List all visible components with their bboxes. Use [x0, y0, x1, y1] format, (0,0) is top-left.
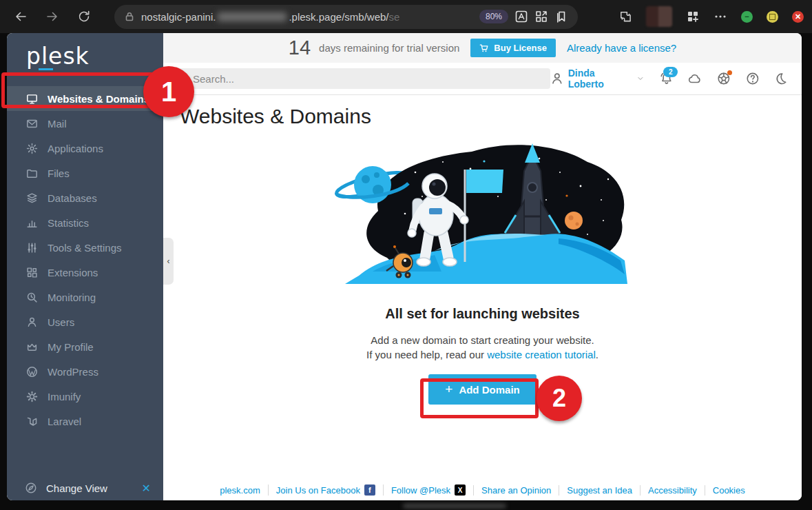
- trial-days-count: 14: [289, 37, 311, 59]
- grid-plus-icon[interactable]: [686, 10, 700, 23]
- sidebar-item-label: My Profile: [48, 341, 94, 353]
- monitor-icon: [26, 93, 38, 105]
- buy-license-button[interactable]: Buy License: [470, 39, 556, 57]
- facebook-icon[interactable]: f: [364, 484, 375, 496]
- footer-item: Share an Opinion: [473, 485, 559, 496]
- sidebar-item-databases[interactable]: Databases: [7, 185, 163, 210]
- sidebar-collapse-button[interactable]: ‹: [163, 238, 174, 285]
- sidebar-item-my-profile[interactable]: My Profile: [7, 334, 163, 359]
- browser-profile-avatar[interactable]: [646, 6, 672, 27]
- close-button[interactable]: ✕: [792, 11, 804, 23]
- plus-icon: +: [445, 382, 452, 397]
- website-creation-tutorial-link[interactable]: website creation tutorial: [487, 349, 596, 360]
- footer-link-join-us-on-facebook[interactable]: Join Us on Facebook: [276, 485, 360, 496]
- x-twitter-icon[interactable]: X: [455, 484, 466, 496]
- sidebar-item-monitoring[interactable]: Monitoring: [7, 285, 163, 309]
- space-illustration: [331, 130, 634, 288]
- footer-item: Cookies: [705, 485, 753, 496]
- background-window-artifact: [403, 504, 506, 508]
- sidebar-item-wordpress[interactable]: WordPress: [7, 359, 163, 384]
- sidebar-item-label: Databases: [48, 192, 97, 204]
- sidebar-item-mail[interactable]: Mail: [7, 111, 163, 136]
- reader-panels-icon[interactable]: [534, 10, 548, 23]
- minimize-button[interactable]: −: [741, 11, 753, 23]
- browser-menu-icon[interactable]: [714, 10, 727, 23]
- user-area: Dinda Loberto 2: [550, 68, 788, 90]
- sidebar-item-tools-settings[interactable]: Tools & Settings: [7, 235, 163, 260]
- sidebar-item-imunify[interactable]: Imunify: [7, 384, 163, 409]
- sidebar-item-label: Websites & Domains: [48, 93, 149, 105]
- sliders-icon: [26, 242, 38, 254]
- footer-link-suggest-an-idea[interactable]: Suggest an Idea: [567, 485, 632, 496]
- change-view-button[interactable]: Change View ✕: [7, 478, 163, 498]
- bar-chart-icon: [26, 217, 38, 229]
- sidebar-item-label: WordPress: [48, 366, 98, 378]
- screenshot-root: nostalgic-panini..plesk.page/smb/web/se …: [0, 0, 812, 510]
- sidebar-item-label: Tools & Settings: [48, 242, 122, 254]
- bookmark-icon[interactable]: [554, 10, 568, 23]
- sidebar-item-label: Extensions: [48, 267, 98, 278]
- already-have-license-link[interactable]: Already have a license?: [567, 42, 676, 54]
- extensions-puzzle-icon[interactable]: [618, 10, 632, 23]
- empty-state: All set for launching websites Add a new…: [163, 306, 802, 405]
- sidebar-item-statistics[interactable]: Statistics: [7, 210, 163, 235]
- person-icon: [550, 72, 564, 85]
- sidebar-item-users[interactable]: Users: [7, 309, 163, 334]
- mail-icon: [26, 118, 38, 130]
- trial-bar: 14 days remaining for trial version Buy …: [163, 33, 802, 63]
- translate-icon[interactable]: [514, 10, 528, 23]
- sidebar-item-label: Monitoring: [48, 292, 96, 303]
- sidebar-item-applications[interactable]: Applications: [7, 136, 163, 161]
- browser-chrome: nostalgic-panini..plesk.page/smb/web/se …: [0, 0, 812, 33]
- browser-nav-buttons: [14, 10, 91, 23]
- sidebar-item-extensions[interactable]: Extensions: [7, 260, 163, 285]
- notification-count-badge: 2: [663, 67, 678, 77]
- sidebar-item-files[interactable]: Files: [7, 161, 163, 185]
- footer-item: Suggest an Idea: [559, 485, 640, 496]
- help-icon[interactable]: [746, 72, 760, 85]
- reload-icon[interactable]: [77, 10, 91, 23]
- sidebar-item-laravel[interactable]: Laravel: [7, 409, 163, 434]
- address-bar[interactable]: nostalgic-panini..plesk.page/smb/web/se …: [114, 5, 578, 29]
- footer-link-accessibility[interactable]: Accessibility: [648, 485, 697, 496]
- dark-mode-icon[interactable]: [774, 72, 788, 85]
- notifications-bell-icon[interactable]: 2: [660, 72, 674, 85]
- url-redacted-blur: [218, 12, 287, 21]
- whats-new-icon[interactable]: [717, 72, 731, 85]
- plesk-logo: plesk: [26, 43, 102, 70]
- footer-item: Follow @PleskX: [383, 484, 473, 496]
- sidebar-item-label: Users: [48, 316, 74, 328]
- new-items-dot: [727, 70, 732, 75]
- sidebar-item-label: Laravel: [48, 416, 81, 427]
- forward-icon[interactable]: [45, 10, 59, 23]
- back-icon[interactable]: [14, 10, 28, 23]
- sidebar: plesk Websites & DomainsMailApplications…: [7, 33, 163, 500]
- zoom-level-badge[interactable]: 80%: [479, 10, 508, 23]
- change-view-close-icon[interactable]: ✕: [142, 482, 151, 495]
- footer-link-plesk-com[interactable]: plesk.com: [220, 485, 260, 496]
- cloud-icon[interactable]: [688, 72, 702, 85]
- footer-link-share-an-opinion[interactable]: Share an Opinion: [481, 485, 551, 496]
- user-menu[interactable]: Dinda Loberto: [550, 68, 645, 90]
- maximize-button[interactable]: [767, 11, 778, 23]
- search-input[interactable]: [191, 72, 543, 85]
- search-box[interactable]: [169, 68, 550, 89]
- annotation-step-2: 2: [537, 376, 582, 421]
- crown-icon: [26, 341, 38, 353]
- sidebar-item-websites-domains[interactable]: Websites & Domains: [7, 86, 163, 111]
- footer: plesk.comJoin Us on FacebookfFollow @Ple…: [163, 480, 802, 500]
- sidebar-item-label: Files: [48, 167, 70, 179]
- footer-link-follow-plesk[interactable]: Follow @Plesk: [391, 485, 450, 496]
- add-domain-button[interactable]: + Add Domain: [428, 374, 536, 405]
- footer-item: plesk.com: [212, 485, 268, 496]
- main-content: Websites & Domains: [163, 95, 802, 480]
- sidebar-item-label: Imunify: [48, 391, 81, 402]
- gear-icon: [26, 143, 38, 154]
- top-toolbar: Dinda Loberto 2: [163, 63, 802, 95]
- sun-gear-icon: [26, 391, 38, 402]
- page-title: Websites & Domains: [180, 105, 802, 128]
- cart-icon: [479, 43, 489, 53]
- sidebar-nav: Websites & DomainsMailApplicationsFilesD…: [7, 86, 163, 434]
- footer-item: Join Us on Facebookf: [268, 484, 383, 496]
- footer-link-cookies[interactable]: Cookies: [713, 485, 745, 496]
